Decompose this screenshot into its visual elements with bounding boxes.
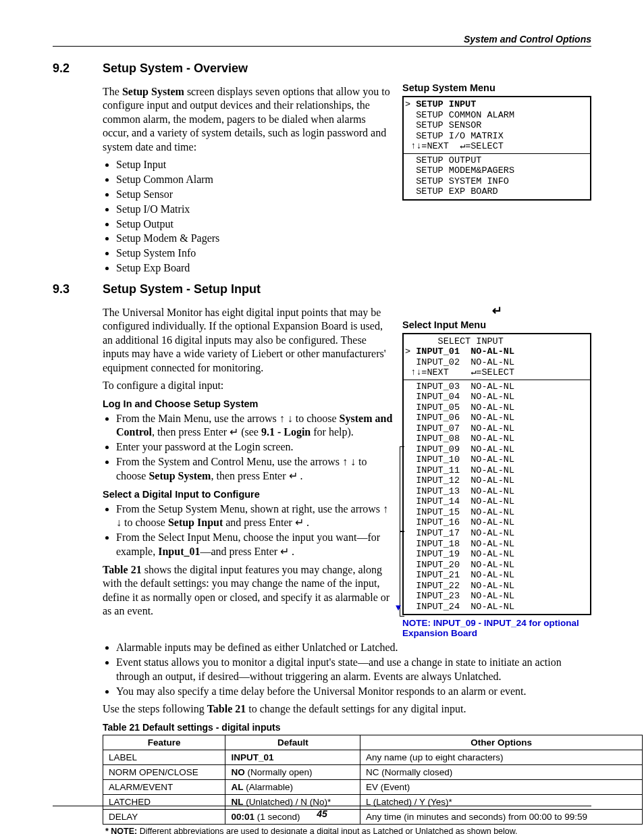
setup-system-menu-lcd: > SETUP INPUT SETUP COMMON ALARM SETUP S… (402, 96, 591, 201)
section-9-3-heading: 9.3 Setup System - Setup Input (53, 282, 591, 296)
text: From the Main Menu, use the arrows ↑ ↓ t… (116, 413, 340, 424)
text-bold: Input_01 (158, 546, 200, 557)
list-item: Event status allows you to monitor a dig… (116, 656, 591, 684)
text: Use the steps following (103, 703, 207, 714)
s92-list: Setup InputSetup Common AlarmSetup Senso… (116, 158, 393, 275)
text-bold: Table 21 (103, 564, 142, 575)
list-item: Setup Input (116, 158, 393, 172)
list-item: Setup Common Alarm (116, 173, 393, 187)
select-input-menu-title: Select Input Menu (402, 319, 591, 330)
page-number: 45 (53, 806, 591, 819)
text-bold: Table 21 (207, 703, 246, 714)
section-title: Setup System - Overview (103, 61, 248, 76)
text: to change the default settings for any d… (246, 703, 466, 714)
s93-notes: Alarmable inputs may be defined as eithe… (116, 641, 591, 698)
list-item: From the Setup System Menu, shown at rig… (116, 502, 393, 531)
enter-arrow-icon: ↵ (402, 303, 591, 318)
s92-intro: The Setup System screen displays seven o… (103, 85, 393, 154)
select-steps: From the Setup System Menu, shown at rig… (116, 502, 393, 559)
section-number: 9.3 (53, 282, 103, 296)
s93-h2: Select a Digital Input to Configure (103, 489, 393, 500)
list-item: Enter your password at the Login screen. (116, 440, 393, 454)
setup-menu-title: Setup System Menu (402, 82, 591, 93)
text: and press Enter ↵ . (223, 517, 309, 528)
section-9-2-heading: 9.2 Setup System - Overview (53, 61, 591, 76)
section-number: 9.2 (53, 61, 103, 76)
text-bold: Setup System (149, 470, 211, 481)
text: The (103, 86, 122, 97)
list-item: Setup Modem & Pagers (116, 232, 393, 246)
s93-p2: To configure a digital input: (103, 379, 393, 392)
s93-h1: Log In and Choose Setup System (103, 398, 393, 409)
section-title: Setup System - Setup Input (103, 282, 261, 296)
text-bold: Setup System (122, 86, 184, 97)
text: shows the digital input features you may… (103, 564, 390, 617)
s93-p1: The Universal Monitor has eight digital … (103, 306, 393, 375)
page-header: System and Control Options (53, 34, 591, 47)
table21-caption: Table 21 Default settings - digital inpu… (103, 722, 591, 733)
list-item: From the Select Input Menu, choose the i… (116, 531, 393, 559)
list-item: From the System and Control Menu, use th… (116, 455, 393, 484)
s93-p3: Table 21 shows the digital input feature… (103, 563, 393, 619)
text: —and press Enter ↵ . (200, 546, 294, 557)
list-item: Setup Exp Board (116, 261, 393, 276)
login-steps: From the Main Menu, use the arrows ↑ ↓ t… (116, 412, 393, 484)
list-item: Setup System Info (116, 246, 393, 261)
text-bold: 9.1 - Login (261, 426, 311, 438)
list-item: Setup I/O Matrix (116, 203, 393, 217)
text: , then press Enter ↵ . (211, 470, 302, 481)
text: , then press Enter ↵ (see (152, 426, 261, 438)
s93-p4: Use the steps following Table 21 to chan… (103, 702, 591, 716)
expansion-note: NOTE: INPUT_09 - INPUT_24 for optional E… (402, 618, 591, 638)
list-item: Setup Output (116, 217, 393, 232)
list-item: You may also specify a time delay before… (116, 685, 591, 699)
list-item: Alarmable inputs may be defined as eithe… (116, 641, 591, 655)
list-item: Setup Sensor (116, 188, 393, 202)
text-bold: Setup Input (168, 517, 223, 528)
list-item: From the Main Menu, use the arrows ↑ ↓ t… (116, 412, 393, 440)
text: for help). (311, 426, 354, 438)
select-input-menu-lcd: SELECT INPUT> INPUT_01 NO-AL-NL INPUT_02… (402, 333, 591, 615)
table21-footnote: * NOTE: Different abbreviations are used… (105, 827, 591, 834)
